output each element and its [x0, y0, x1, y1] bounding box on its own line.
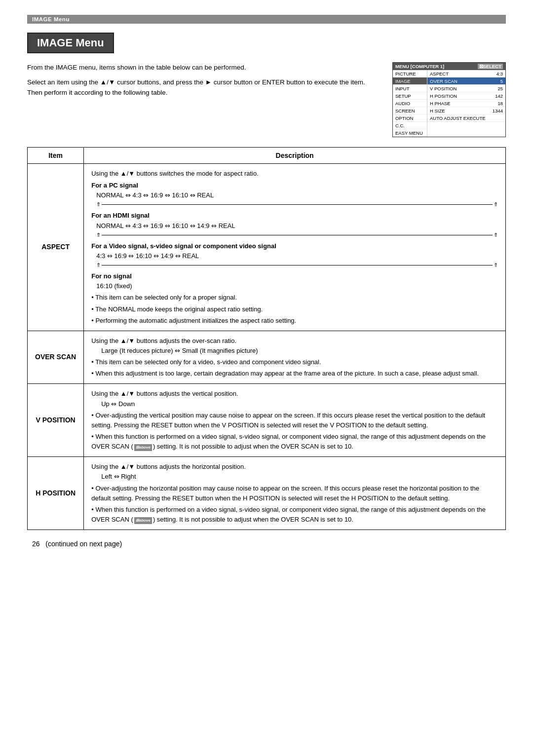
- desc-aspect: Using the ▲/▼ buttons switches the mode …: [84, 164, 506, 331]
- menu-right-hposition: H POSITION142: [427, 92, 505, 100]
- vposition-bullet2: • When this function is performed on a v…: [91, 432, 498, 452]
- aspect-hdmi-heading: For an HDMI signal: [91, 211, 498, 221]
- menu-left-setup: SETUP: [393, 92, 427, 100]
- menu-title-bar: MENU [COMPUTER 1] ⊠SELECT: [393, 63, 505, 70]
- overscan-bullet1: • This item can be selected only for a v…: [91, 357, 498, 367]
- aspect-bullet2: • The NORMAL mode keeps the original asp…: [91, 304, 498, 314]
- menu-right-col: ASPECT4:3 OVER SCAN5 V POSITION25 H POSI…: [427, 70, 505, 137]
- menu-right-hphase: H PHASE18: [427, 100, 505, 107]
- aspect-hdmi-arrow: ⇑ ⇑: [96, 231, 498, 239]
- menu-left-input: INPUT: [393, 85, 427, 92]
- menu-title: MENU [COMPUTER 1]: [395, 64, 444, 69]
- aspect-video-arrow: ⇑ ⇑: [96, 261, 498, 269]
- menu-left-image: IMAGE: [393, 77, 427, 85]
- vposition-content: Up ⇔ Down: [101, 399, 498, 409]
- item-vposition: V POSITION: [28, 384, 84, 457]
- col-header-item: Item: [28, 148, 84, 164]
- overscan-content: Large (It reduces picture) ⇔ Small (It m…: [101, 346, 498, 356]
- footer-page: 26: [32, 540, 40, 548]
- overscan-intro: Using the ▲/▼ buttons adjusts the over-s…: [91, 336, 498, 346]
- page-container: IMAGE Menu IMAGE Menu From the IMAGE men…: [0, 0, 533, 756]
- aspect-bullet1: • This item can be selected only for a p…: [91, 293, 498, 302]
- hposition-bullet2: • When this function is performed on a v…: [91, 505, 498, 525]
- menu-right-hsize: H SIZE1344: [427, 107, 505, 114]
- intro-section: From the IMAGE menu, items shown in the …: [27, 62, 506, 137]
- menu-left-option: OPTION: [393, 114, 427, 122]
- menu-left-cc: C.C.: [393, 122, 427, 129]
- aspect-bullet3: • Performing the automatic adjustment in…: [91, 316, 498, 326]
- menu-left-picture: PICTURE: [393, 70, 427, 77]
- intro-para2: Select an item using the ▲/▼ cursor butt…: [27, 77, 378, 98]
- desc-overscan: Using the ▲/▼ buttons adjusts the over-s…: [84, 331, 506, 384]
- aspect-intro: Using the ▲/▼ buttons switches the mode …: [91, 169, 498, 179]
- hposition-intro: Using the ▲/▼ buttons adjusts the horizo…: [91, 462, 498, 472]
- table-row-aspect: ASPECT Using the ▲/▼ buttons switches th…: [28, 164, 506, 331]
- item-overscan: OVER SCAN: [28, 331, 84, 384]
- menu-right-vposition: V POSITION25: [427, 85, 505, 92]
- overscan-bullet2: • When this adjustment is too large, cer…: [91, 369, 498, 378]
- menu-right-aspect: ASPECT4:3: [427, 70, 505, 77]
- intro-text: From the IMAGE menu, items shown in the …: [27, 62, 378, 102]
- aspect-pc-arrow: ⇑ ⇑: [96, 200, 498, 209]
- menu-screenshot: MENU [COMPUTER 1] ⊠SELECT PICTURE IMAGE …: [392, 62, 506, 137]
- table-row-overscan: OVER SCAN Using the ▲/▼ buttons adjusts …: [28, 331, 506, 384]
- vposition-bullet1: • Over-adjusting the vertical position m…: [91, 411, 498, 430]
- page-title: IMAGE Menu: [27, 33, 114, 53]
- aspect-pc-content: NORMAL ⇔ 4:3 ⇔ 16:9 ⇔ 16:10 ⇔ REAL: [96, 190, 498, 200]
- aspect-pc-heading: For a PC signal: [91, 181, 498, 190]
- footer-text: (continued on next page): [45, 540, 122, 548]
- col-header-desc: Description: [84, 148, 506, 164]
- menu-right-overscan: OVER SCAN5: [427, 77, 505, 85]
- footer: 26 (continued on next page): [27, 540, 506, 548]
- desc-hposition: Using the ▲/▼ buttons adjusts the horizo…: [84, 457, 506, 530]
- hposition-bullet1: • Over-adjusting the horizontal position…: [91, 484, 498, 503]
- aspect-video-content: 4:3 ⇔ 16:9 ⇔ 16:10 ⇔ 14:9 ⇔ REAL: [96, 251, 498, 261]
- hposition-content: Left ⇔ Right: [101, 472, 498, 482]
- menu-left-audio: AUDIO: [393, 100, 427, 107]
- menu-rows: PICTURE IMAGE INPUT SETUP AUDIO SCREEN O…: [393, 70, 505, 137]
- aspect-hdmi-content: NORMAL ⇔ 4:3 ⇔ 16:9 ⇔ 16:10 ⇔ 14:9 ⇔ REA…: [96, 221, 498, 231]
- aspect-video-heading: For a Video signal, s-video signal or co…: [91, 241, 498, 251]
- menu-right-autoadjust: AUTO ADJUST EXECUTE: [427, 114, 505, 122]
- aspect-nosignal-content: 16:10 (fixed): [96, 281, 498, 291]
- breadcrumb: IMAGE Menu: [27, 15, 506, 24]
- desc-vposition: Using the ▲/▼ buttons adjusts the vertic…: [84, 384, 506, 457]
- table-row-vposition: V POSITION Using the ▲/▼ buttons adjusts…: [28, 384, 506, 457]
- select-label: ⊠SELECT: [478, 64, 503, 69]
- item-hposition: H POSITION: [28, 457, 84, 530]
- aspect-nosignal-heading: For no signal: [91, 271, 498, 281]
- menu-left-col: PICTURE IMAGE INPUT SETUP AUDIO SCREEN O…: [393, 70, 427, 137]
- table-row-hposition: H POSITION Using the ▲/▼ buttons adjusts…: [28, 457, 506, 530]
- menu-left-screen: SCREEN: [393, 107, 427, 114]
- menu-left-easymenu: EASY MENU: [393, 129, 427, 137]
- main-table: Item Description ASPECT Using the ▲/▼ bu…: [27, 147, 506, 530]
- item-aspect: ASPECT: [28, 164, 84, 331]
- intro-para1: From the IMAGE menu, items shown in the …: [27, 62, 378, 73]
- vposition-intro: Using the ▲/▼ buttons adjusts the vertic…: [91, 389, 498, 399]
